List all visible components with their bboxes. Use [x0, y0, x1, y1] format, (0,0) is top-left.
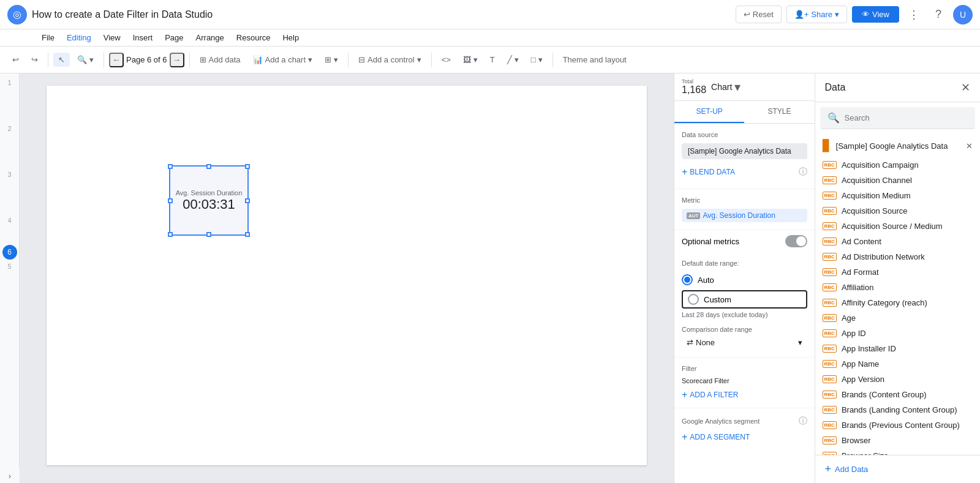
list-item[interactable]: RBC Acquisition Channel	[815, 173, 980, 188]
expand-pages-button[interactable]: ›	[0, 468, 20, 483]
next-page-button[interactable]: →	[170, 53, 184, 67]
comparison-dropdown-icon: ▾	[798, 338, 802, 347]
list-item[interactable]: RBC App ID	[815, 326, 980, 341]
metric-section: Metric AUT Avg. Session Duration	[674, 189, 815, 230]
handle-middle-right[interactable]	[245, 198, 250, 203]
list-item[interactable]: RBC Browser	[815, 433, 980, 448]
handle-bottom-left[interactable]	[168, 232, 173, 237]
share-button[interactable]: 👤+ Share ▾	[786, 6, 847, 23]
optional-metrics-toggle[interactable]	[785, 235, 807, 247]
image-button[interactable]: 🖼 ▾	[458, 53, 483, 67]
zoom-button[interactable]: 🔍 ▾	[72, 53, 99, 67]
line-icon: ╱	[507, 55, 512, 64]
text-button[interactable]: T	[485, 53, 500, 67]
more-options-button[interactable]: ⋮	[904, 5, 924, 24]
undo-button[interactable]: ↩	[7, 53, 24, 67]
menu-resource[interactable]: Resource	[232, 31, 276, 45]
list-item[interactable]: RBC Acquisition Source	[815, 203, 980, 219]
chart-icon: 📊	[253, 55, 263, 64]
chart-type-selector[interactable]: Chart ▾	[711, 80, 807, 94]
list-item[interactable]: RBC Acquisition Campaign	[815, 157, 980, 173]
auto-radio-option[interactable]: Auto	[682, 272, 807, 288]
metric-chip[interactable]: AUT Avg. Session Duration	[682, 209, 807, 222]
rbc-badge: RBC	[823, 406, 837, 414]
more-charts-dropdown-icon: ▾	[334, 55, 338, 64]
control-icon: ⊟	[358, 55, 365, 64]
add-data-button[interactable]: ⊞ Add data	[195, 53, 246, 67]
line-button[interactable]: ╱ ▾	[502, 53, 524, 67]
list-item[interactable]: RBC Brands (Content Group)	[815, 387, 980, 402]
list-item[interactable]: RBC Acquisition Source / Medium	[815, 219, 980, 234]
metric-name: Avg. Session Duration	[703, 211, 775, 220]
segment-info-icon[interactable]: ⓘ	[799, 416, 807, 427]
scorecard-widget[interactable]: Avg. Session Duration 00:03:31	[169, 165, 249, 236]
list-item[interactable]: RBC Acquisition Medium	[815, 188, 980, 203]
list-item[interactable]: RBC Ad Distribution Network	[815, 249, 980, 264]
menu-help[interactable]: Help	[277, 31, 304, 45]
add-segment-button[interactable]: + ADD A SEGMENT	[682, 432, 750, 443]
reset-button[interactable]: ↩ Reset	[736, 6, 782, 23]
view-button[interactable]: 👁 View	[852, 6, 899, 23]
prev-page-button[interactable]: ←	[109, 53, 124, 67]
handle-bottom-middle[interactable]	[206, 232, 211, 237]
select-tool-button[interactable]: ↖	[53, 53, 70, 67]
code-button[interactable]: <>	[437, 53, 456, 67]
blend-data-button[interactable]: + BLEND DATA	[682, 163, 735, 181]
help-button[interactable]: ?	[929, 5, 948, 24]
tab-style[interactable]: STYLE	[744, 101, 814, 123]
shape-button[interactable]: □ ▾	[526, 53, 548, 67]
current-page-indicator[interactable]: 6	[2, 245, 17, 260]
canvas-area[interactable]: Avg. Session Duration 00:03:31	[20, 73, 674, 483]
add-data-footer[interactable]: + Add Data	[815, 455, 980, 483]
data-source-button[interactable]: [Sample] Google Analytics Data	[682, 143, 807, 159]
tab-setup[interactable]: SET-UP	[674, 101, 744, 123]
item-label: App Installer ID	[842, 344, 896, 353]
item-label: Brands (Content Group)	[842, 390, 927, 399]
menu-insert[interactable]: Insert	[128, 31, 158, 45]
list-item[interactable]: RBC Age	[815, 310, 980, 326]
list-item[interactable]: RBC App Installer ID	[815, 341, 980, 356]
list-item[interactable]: RBC App Version	[815, 372, 980, 387]
add-chart-button[interactable]: 📊 Add a chart ▾	[248, 53, 318, 67]
search-input[interactable]	[845, 113, 968, 122]
handle-bottom-right[interactable]	[245, 232, 250, 237]
app-logo: ◎	[7, 5, 27, 24]
handle-top-left[interactable]	[168, 164, 173, 169]
item-label: Acquisition Source	[842, 206, 908, 215]
redo-button[interactable]: ↪	[26, 53, 43, 67]
menu-file[interactable]: File	[37, 31, 59, 45]
handle-middle-left[interactable]	[168, 198, 173, 203]
list-item[interactable]: RBC Brands (Previous Content Group)	[815, 417, 980, 433]
add-filter-icon: +	[682, 389, 687, 400]
metric-type-badge: AUT	[687, 212, 700, 219]
add-control-button[interactable]: ⊟ Add a control ▾	[353, 53, 426, 67]
list-item[interactable]: RBC Affiliation	[815, 280, 980, 295]
menu-view[interactable]: View	[99, 31, 126, 45]
comparison-select-button[interactable]: ⇄ None ▾	[682, 335, 807, 350]
custom-label: Custom	[704, 295, 731, 304]
rbc-badge: RBC	[823, 253, 837, 261]
list-item[interactable]: RBC App Name	[815, 356, 980, 372]
menu-arrange[interactable]: Arrange	[191, 31, 229, 45]
handle-top-right[interactable]	[245, 164, 250, 169]
handle-top-middle[interactable]	[206, 164, 211, 169]
list-item[interactable]: RBC Affinity Category (reach)	[815, 295, 980, 310]
avatar[interactable]: U	[953, 5, 973, 24]
more-charts-button[interactable]: ⊞ ▾	[320, 53, 343, 67]
theme-layout-button[interactable]: Theme and layout	[558, 53, 631, 67]
data-source-label: Data source	[682, 131, 807, 138]
menu-editing[interactable]: Editing	[62, 31, 96, 45]
add-filter-button[interactable]: + ADD A FILTER	[682, 389, 738, 400]
list-item[interactable]: RBC Ad Format	[815, 264, 980, 280]
data-source-close-icon[interactable]: ✕	[966, 141, 973, 151]
list-item[interactable]: RBC Brands (Landing Content Group)	[815, 402, 980, 417]
blend-data-info-icon[interactable]: ⓘ	[799, 167, 807, 178]
data-panel-close-button[interactable]: ✕	[961, 81, 970, 94]
rbc-badge: RBC	[823, 268, 837, 276]
image-icon: 🖼	[463, 55, 471, 64]
custom-radio-circle	[688, 294, 699, 305]
list-item[interactable]: RBC Ad Content	[815, 234, 980, 249]
custom-option-box[interactable]: Custom	[682, 290, 807, 309]
menu-page[interactable]: Page	[160, 31, 188, 45]
total-badge: Total 1,168	[682, 78, 706, 95]
